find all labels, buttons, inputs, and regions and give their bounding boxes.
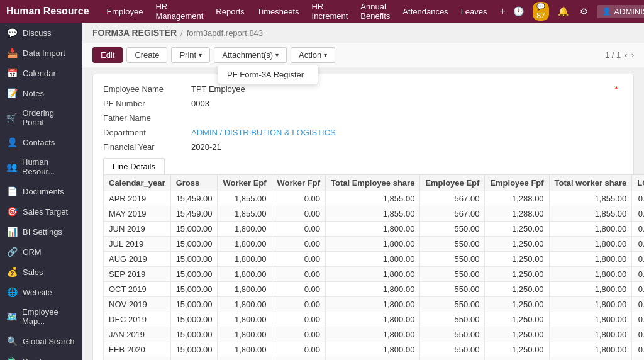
admin-menu[interactable]: 👤 ADMINISTRATOR ▾	[597, 5, 644, 18]
sidebar-item-purchase[interactable]: 🛍️ Purchase	[0, 351, 82, 360]
sidebar-item-employee-map[interactable]: 🗺️ Employee Map...	[0, 302, 82, 331]
breadcrumb-main[interactable]: FORM3A REGISTER	[92, 28, 177, 38]
table-row: AUG 201915,000.001,800.000.001,800.00550…	[104, 252, 645, 267]
sidebar-item-global-search[interactable]: 🔍 Global Search	[0, 331, 82, 351]
nav-hr-management[interactable]: HR Management	[150, 0, 208, 23]
table-cell: 1,800.00	[218, 297, 272, 312]
form-row-pf-number: PF Number 0003	[103, 99, 623, 108]
financial-year-value: 2020-21	[191, 142, 221, 152]
nav-leaves[interactable]: Leaves	[456, 4, 492, 19]
nav-hr-increment[interactable]: HR Increment	[307, 0, 353, 23]
table-cell: DEC 2019	[104, 312, 171, 327]
table-cell: 550.00	[420, 267, 485, 282]
bi-settings-icon: 📊	[6, 227, 18, 237]
table-cell: 1,800.00	[549, 222, 632, 237]
next-page-button[interactable]: ›	[631, 50, 634, 60]
table-cell: 1,250.00	[485, 282, 549, 297]
sidebar-item-contacts[interactable]: 👤 Contacts	[0, 132, 82, 152]
attachments-button[interactable]: Attachment(s) ▾	[214, 47, 287, 63]
sidebar-item-sales-target[interactable]: 🎯 Sales Target	[0, 201, 82, 222]
table-cell: NOV 2019	[104, 297, 171, 312]
nav-annual-benefits[interactable]: Annual Benefits	[355, 0, 395, 23]
sidebar-item-calendar[interactable]: 📅 Calendar	[0, 63, 82, 83]
table-cell: 1,800.00	[549, 252, 632, 267]
table-cell: 1,800.00	[218, 237, 272, 252]
table-header-row: Calendar_year Gross Worker Epf Worker Fp…	[104, 175, 645, 191]
table-row: JUL 201915,000.001,800.000.001,800.00550…	[104, 237, 645, 252]
table-cell: 0.00	[632, 267, 644, 282]
sidebar-item-ordering-portal[interactable]: 🛒 Ordering Portal	[0, 103, 82, 132]
table-cell: 550.00	[420, 312, 485, 327]
print-button[interactable]: Print ▾	[171, 47, 210, 63]
table-cell: 1,800.00	[325, 297, 419, 312]
data-import-icon: 📥	[6, 48, 18, 58]
human-resource-icon: 👥	[6, 162, 17, 172]
table-cell: 1,250.00	[485, 222, 549, 237]
prev-page-button[interactable]: ‹	[625, 50, 627, 60]
sidebar-item-documents[interactable]: 📄 Documents	[0, 181, 82, 201]
sidebar-item-notes[interactable]: 📝 Notes	[0, 83, 82, 103]
table-cell: 1,855.00	[218, 206, 272, 222]
employee-name-label: Employee Name	[103, 84, 185, 94]
form-row-father-name: Father Name	[103, 113, 623, 123]
edit-button[interactable]: Edit	[92, 47, 123, 63]
table-cell: 1,800.00	[325, 222, 419, 237]
sidebar-item-bi-settings[interactable]: 📊 BI Settings	[0, 222, 82, 242]
nav-timesheets[interactable]: Timesheets	[252, 4, 304, 19]
table-cell: 0.00	[272, 282, 325, 297]
action-button[interactable]: Action ▾	[291, 47, 335, 63]
table-cell: JUL 2019	[104, 237, 171, 252]
table-body: APR 201915,459.001,855.000.001,855.00567…	[104, 191, 645, 361]
table-cell: 1,250.00	[485, 357, 549, 361]
table-cell: OCT 2019	[104, 282, 171, 297]
department-value[interactable]: ADMIN / DISTRIBUTION & LOGISTICS	[191, 128, 336, 137]
table-cell: 1,800.00	[325, 282, 419, 297]
crm-icon: 🔗	[6, 247, 18, 257]
sidebar: 💬 Discuss 📥 Data Import 📅 Calendar 📝 Not…	[0, 23, 82, 360]
table-cell: 0.00	[632, 297, 644, 312]
table-cell: 0.00	[272, 267, 325, 282]
table-cell: 15,000.00	[170, 282, 218, 297]
table-cell: 1,800.00	[218, 342, 272, 357]
nav-plus[interactable]: +	[495, 3, 511, 20]
table-cell: 0.00	[272, 297, 325, 312]
col-calendar-year: Calendar_year	[104, 175, 171, 191]
table-cell: 0.00	[272, 191, 325, 206]
table-cell: 1,250.00	[485, 312, 549, 327]
table-cell: 1,800.00	[325, 357, 419, 361]
table-cell: FEB 2020	[104, 342, 171, 357]
sidebar-item-discuss[interactable]: 💬 Discuss	[0, 23, 82, 43]
chat-badge[interactable]: 💬 87	[533, 2, 549, 21]
attachments-dropdown-arrow: ▾	[275, 52, 279, 59]
bell-icon[interactable]: 🔔	[555, 5, 571, 18]
table-cell: 1,800.00	[549, 342, 632, 357]
table-cell: 0.00	[632, 357, 644, 361]
table-cell: 15,000.00	[170, 252, 218, 267]
sidebar-item-human-resource[interactable]: 👥 Human Resour...	[0, 152, 82, 181]
dropdown-item-pf-form3a[interactable]: PF Form-3A Register	[218, 65, 318, 84]
settings-icon[interactable]: ⚙	[577, 5, 591, 18]
tab-line-details[interactable]: Line Details	[103, 158, 165, 174]
sidebar-item-data-import[interactable]: 📥 Data Import	[0, 43, 82, 63]
contacts-icon: 👤	[6, 137, 18, 147]
website-icon: 🌐	[6, 287, 18, 297]
clock-icon[interactable]: 🕐	[511, 5, 526, 18]
table-cell: 0.00	[272, 206, 325, 222]
table-cell: 550.00	[420, 252, 485, 267]
table-cell: 1,800.00	[325, 252, 419, 267]
col-worker-fpf: Worker Fpf	[272, 175, 325, 191]
table-cell: 1,250.00	[485, 237, 549, 252]
breadcrumb: FORM3A REGISTER / form3apdf.report,843	[82, 23, 644, 43]
nav-reports[interactable]: Reports	[211, 4, 250, 19]
table-cell: AUG 2019	[104, 252, 171, 267]
nav-employee[interactable]: Employee	[102, 4, 148, 19]
table-cell: JAN 2019	[104, 327, 171, 342]
documents-icon: 📄	[6, 186, 18, 196]
sidebar-item-sales[interactable]: 💰 Sales	[0, 262, 82, 282]
sidebar-item-crm[interactable]: 🔗 CRM	[0, 242, 82, 262]
line-details-table: Calendar_year Gross Worker Epf Worker Fp…	[103, 174, 644, 360]
create-button[interactable]: Create	[126, 47, 167, 63]
required-indicator: *	[614, 84, 618, 96]
sidebar-item-website[interactable]: 🌐 Website	[0, 282, 82, 302]
nav-attendances[interactable]: Attendances	[397, 4, 453, 19]
